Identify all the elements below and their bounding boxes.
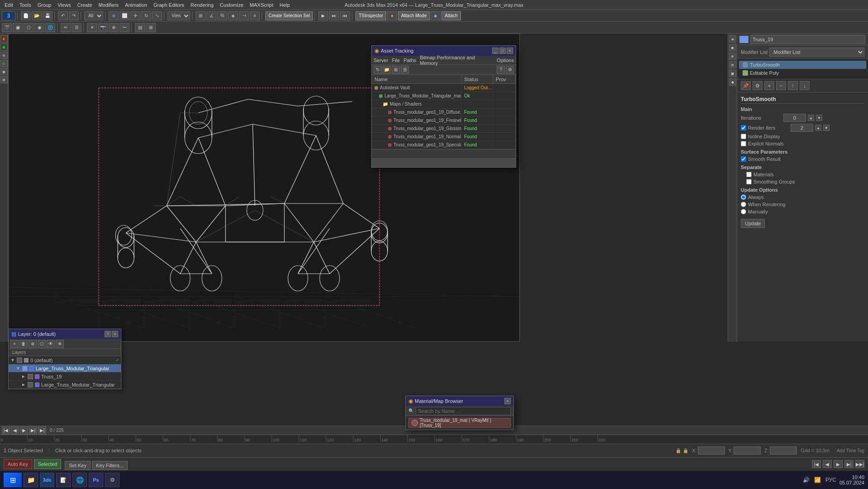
menu-graph-editors[interactable]: Graph Editors (151, 1, 187, 9)
timeline-end-btn[interactable]: ▶| (38, 426, 46, 435)
ts-explicit-normals-checkbox[interactable] (741, 141, 746, 146)
at-row-diffuse[interactable]: Truss_modular_geo1_19_Diffuse.png Found (372, 108, 516, 116)
at-menu-paths[interactable]: Paths (403, 58, 416, 63)
ts-render-iters-up[interactable]: ▲ (815, 125, 821, 131)
sys-icon-lang[interactable]: РУС (824, 477, 838, 483)
lp-tb-sel-objs[interactable]: ⬡ (38, 340, 46, 348)
modifier-list-dropdown[interactable]: Modifier List (769, 48, 864, 57)
ts-smooth-result-checkbox[interactable] (741, 156, 746, 162)
render-btn[interactable]: ▣ (13, 23, 23, 32)
helper-btn[interactable]: ⊕ (109, 23, 119, 32)
rs-btn-2[interactable]: ◉ (729, 44, 736, 51)
ts-render-iters-down[interactable]: ▼ (823, 125, 830, 131)
at-menu-options[interactable]: Options (497, 58, 514, 63)
utilities-tab[interactable]: ⊞ (0, 76, 8, 83)
taskbar-app6[interactable]: ⚙ (105, 473, 120, 487)
ts-iterations-input[interactable] (783, 114, 806, 122)
menu-create[interactable]: Create (74, 1, 95, 9)
select-region-btn[interactable]: ⬜ (120, 11, 129, 20)
rs-btn-4[interactable]: ⊞ (729, 61, 736, 68)
time-tag-btn[interactable]: Add Time Tag (837, 448, 864, 453)
selection-filter-dropdown[interactable]: All (84, 11, 103, 20)
rs-btn-5[interactable]: ▣ (729, 70, 736, 77)
attach-mode-btn[interactable]: Attach Mode (398, 11, 430, 20)
attach-mode-icon[interactable]: ● (387, 11, 397, 20)
mb-material-item[interactable]: Truss_modular_19_mat ( VRayMtl ) [Truss_… (408, 418, 511, 428)
render-frame-btn[interactable]: ⬡ (24, 23, 34, 32)
ts-always-radio[interactable] (741, 194, 746, 200)
undo-btn[interactable]: ↶ (58, 11, 68, 20)
ts-when-rendering-radio[interactable] (741, 202, 746, 207)
at-tb-settings[interactable]: ⚙ (506, 66, 514, 74)
lp-tb-freeze[interactable]: ❄ (56, 340, 64, 348)
modify-tab[interactable]: ⊛ (0, 44, 8, 51)
start-button[interactable]: ⊞ (4, 473, 22, 487)
lp-vis-t19[interactable] (28, 374, 33, 379)
camera-btn[interactable]: 📷 (98, 23, 108, 32)
lp-color-0[interactable] (24, 358, 29, 363)
timeline-play-btn[interactable]: ▶ (20, 426, 28, 435)
at-row-glossiness[interactable]: Truss_modular_geo1_19_Glossiness.png Fou… (372, 125, 516, 133)
lp-close-btn[interactable]: × (112, 331, 118, 337)
at-row-normal[interactable]: Truss_modular_geo1_19_Normal.png Found (372, 133, 516, 141)
timeline-next-btn[interactable]: ▶| (29, 426, 37, 435)
align-btn[interactable]: ≡ (250, 11, 260, 20)
menu-edit[interactable]: Edit (2, 1, 16, 9)
mod-tool-remove[interactable]: − (776, 81, 786, 90)
ts-manually-radio[interactable] (741, 209, 746, 214)
open-btn[interactable]: 📂 (32, 11, 42, 20)
lp-tb-new[interactable]: + (10, 340, 19, 348)
new-btn[interactable]: 📄 (21, 11, 31, 20)
display-tab[interactable]: ◉ (0, 68, 8, 75)
mb-search-input[interactable] (416, 407, 511, 415)
at-menu-server[interactable]: Server (374, 58, 388, 63)
attach-mode-icon2[interactable]: ◆ (431, 11, 441, 20)
layer-mgr-btn[interactable]: ▤ (135, 23, 145, 32)
lp-row-lt2[interactable]: ► Large_Truss_Modular_Triangular (9, 381, 121, 389)
lp-color-lt[interactable] (29, 366, 34, 371)
lp-color-lt2[interactable] (35, 382, 39, 387)
lp-color-t19[interactable] (35, 374, 39, 379)
timeline-ruler[interactable]: 0 10 20 30 40 50 60 70 80 90 1 (0, 435, 868, 444)
next-frame-btn[interactable]: ▶| (844, 460, 854, 468)
playback-btn[interactable]: ▶ (318, 11, 328, 20)
space-warp-btn[interactable]: 〜 (120, 23, 129, 32)
attach-btn[interactable]: Attach (441, 11, 460, 20)
xref-btn[interactable]: ⊞ (146, 23, 156, 32)
ts-iterations-down[interactable]: ▼ (816, 115, 822, 121)
menu-views[interactable]: Views (55, 1, 73, 9)
at-row-maps-folder[interactable]: 📁 Maps / Shaders (372, 100, 516, 108)
lp-help-btn[interactable]: ? (105, 331, 111, 337)
at-maximize-btn[interactable]: □ (499, 48, 506, 54)
timeline-start-btn[interactable]: |◀ (2, 426, 10, 435)
select-rotate-btn[interactable]: ↻ (141, 11, 151, 20)
select-btn[interactable]: ⊕ (109, 11, 119, 20)
at-tb-help[interactable]: ? (497, 66, 505, 74)
at-row-specular[interactable]: Truss_modular_geo1_19_Specular.png Found (372, 141, 516, 149)
menu-maxscript[interactable]: MAXScript (247, 1, 276, 9)
lp-row-0[interactable]: ▼ 0 (default) ✓ (9, 356, 121, 364)
taskbar-notepad[interactable]: 📝 (56, 473, 71, 487)
at-tb-btn3[interactable]: ⊞ (392, 66, 400, 74)
lp-vis-lt[interactable] (22, 366, 28, 371)
ts-inspector-btn[interactable]: TSInspector (355, 11, 386, 20)
mirror-btn[interactable]: ⊣ (239, 11, 249, 20)
at-menu-bitmap[interactable]: Bitmap Performance and Memory (420, 55, 493, 66)
ts-update-btn[interactable]: Update (741, 219, 765, 228)
mod-tool-config[interactable]: ⚙ (753, 81, 762, 90)
ts-render-iters-checkbox[interactable] (741, 125, 746, 131)
lp-row-large-truss[interactable]: ▼ Large_Truss_Modular_Triangular (9, 364, 121, 373)
prev-frame-btn[interactable]: ◀ (823, 460, 832, 468)
obj-paint-btn[interactable]: ✏ (61, 23, 71, 32)
mod-tool-move-up[interactable]: ↑ (788, 81, 798, 90)
modifier-item-turbosmooth[interactable]: TurboSmooth (739, 61, 866, 69)
lp-vis-0[interactable] (17, 358, 22, 363)
timeline-prev-btn[interactable]: ◀ (11, 426, 19, 435)
first-frame-btn[interactable]: |◀ (812, 460, 821, 468)
set-key-btn[interactable]: Set Key (65, 461, 91, 470)
mod-tool-move-down[interactable]: ↓ (800, 81, 810, 90)
create-selection-btn[interactable]: Create Selection Sel (265, 11, 313, 20)
x-input[interactable] (698, 446, 725, 455)
at-tb-btn1[interactable]: ↻ (374, 66, 382, 74)
menu-modifiers[interactable]: Modifiers (96, 1, 121, 9)
